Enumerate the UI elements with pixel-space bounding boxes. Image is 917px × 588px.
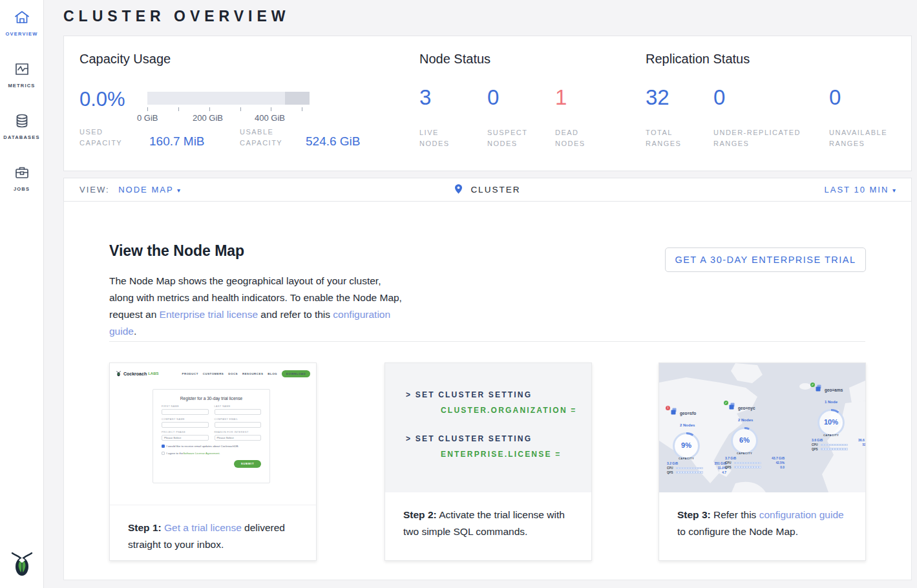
sidebar: OVERVIEW METRICS DATABASES (0, 0, 44, 588)
breadcrumb: CLUSTER (64, 184, 911, 194)
total-ranges-value: 32 (646, 85, 669, 110)
cpu-label: CPU (667, 467, 676, 470)
ok-status-icon: ✓ (724, 401, 728, 405)
used-capacity-label: USED CAPACITY (79, 127, 139, 149)
nodes-cube-icon (816, 383, 823, 390)
thumb-select: Please Select (162, 435, 209, 441)
get-trial-license-link[interactable]: Get a trial license (164, 522, 242, 533)
sql-prompt-line: > SET CLUSTER SETTING (406, 390, 591, 399)
ok-status-icon: ✓ (810, 383, 815, 387)
capacity-percent: 6% (739, 436, 750, 444)
checkbox-checked-icon (162, 445, 165, 448)
step-3-card: ! geo=sfo 2 Nodes (659, 362, 866, 561)
caption-text: Refer this (711, 509, 759, 520)
error-status-icon: ! (666, 406, 670, 410)
locality-node-count: 2 Nodes (680, 423, 695, 427)
live-nodes-value: 3 (419, 85, 431, 110)
configuration-guide-link[interactable]: configuration guide (759, 509, 844, 520)
thumb-checkbox-row: I would like to receive email updates ab… (162, 445, 261, 448)
locality-sfo: ! geo=sfo 2 Nodes (666, 406, 733, 474)
thumb-brand: Cockroach (123, 372, 147, 376)
capacity-label: CAPACITY (679, 457, 694, 460)
thumb-input (162, 409, 209, 415)
step-1-caption: Step 1: Get a trial license delivered st… (110, 505, 316, 553)
axis-tick-label: 0 GiB (137, 113, 158, 123)
chevron-down-icon[interactable]: ▾ (892, 187, 897, 194)
cpu-bar (821, 444, 848, 446)
under-replicated-ranges-label: UNDER-REPLICATED RANGES (713, 127, 820, 149)
sql-setting-line: CLUSTER.ORGANIZATION = (441, 406, 591, 415)
axis-tick (271, 107, 271, 111)
thumb-form-title: Register for a 30-day trial license (162, 396, 261, 401)
sidebar-item-metrics[interactable]: METRICS (0, 61, 43, 89)
cpu-value: 42.5% (775, 461, 785, 465)
sql-setting-line: ENTERPRISE.LICENSE = (441, 450, 591, 459)
thumb-register-form: Register for a 30-day trial license FIRS… (153, 389, 270, 483)
step-label: Step 2: (403, 509, 437, 520)
caption-text: to configure the Node Map. (677, 526, 798, 537)
qps-bar (821, 448, 848, 450)
dead-nodes-label: DEAD NODES (555, 127, 607, 149)
thumb-input (215, 409, 262, 415)
locality-name: geo=nyc (738, 406, 755, 410)
unavailable-ranges-value: 0 (829, 85, 841, 110)
locality-node-count: 1 Node (825, 400, 838, 404)
nodes-cube-icon (671, 406, 678, 413)
capacity-label: CAPACITY (737, 452, 752, 455)
thumb-input (162, 422, 209, 428)
node-map-heading: View the Node Map (109, 242, 244, 260)
map-pin-icon (455, 184, 462, 194)
step-label: Step 3: (677, 509, 711, 520)
cockroachdb-logo-icon (8, 548, 36, 578)
thumb-field-label: FIRST NAME (162, 405, 209, 408)
dead-nodes-value: 1 (555, 85, 567, 110)
time-range-selector[interactable]: LAST 10 MIN ▾ (825, 185, 897, 194)
sidebar-item-label: METRICS (0, 83, 43, 89)
capacity-used-percent: 0.0% (79, 88, 125, 111)
thumb-brand-suffix: LABS (148, 372, 158, 375)
unavailable-ranges-label: UNAVAILABLE RANGES (829, 127, 900, 149)
axis-tick (302, 107, 302, 111)
description-text: . (134, 326, 136, 337)
step-1-card: Cockroach LABS PRODUCT CUSTOMERS DOCS RE… (109, 362, 317, 561)
live-nodes-label: LIVE NODES (419, 127, 471, 149)
sidebar-item-databases[interactable]: DATABASES (0, 112, 43, 140)
capacity-gauge: 9% CAPACITY (672, 432, 701, 460)
cluster-overview-page: OVERVIEW METRICS DATABASES (0, 0, 917, 588)
axis-tick-label: 400 GiB (255, 113, 285, 123)
suspect-nodes-value: 0 (487, 85, 499, 110)
capacity-percent: 10% (824, 418, 838, 426)
sidebar-item-overview[interactable]: OVERVIEW (0, 9, 43, 37)
cpu-bar (676, 467, 703, 470)
thumb-input (215, 422, 262, 428)
thumb-field-label: REASON FOR INTEREST (215, 431, 262, 434)
usable-capacity-label: USABLE CAPACITY (240, 127, 299, 149)
sidebar-item-jobs[interactable]: JOBS (0, 164, 43, 192)
capacity-usage-title: Capacity Usage (79, 52, 171, 67)
thumb-nav-item: PRODUCT (182, 372, 198, 375)
axis-tick (178, 107, 179, 111)
thumb-license-link: Software License Agreement. (183, 452, 220, 455)
locality-ams: ✓ geo=ams 1 Node (810, 383, 865, 451)
enterprise-trial-button[interactable]: GET A 30-DAY ENTERPRISE TRIAL (665, 247, 866, 272)
suspect-nodes-label: SUSPECT NODES (487, 127, 539, 149)
enterprise-trial-license-link[interactable]: Enterprise trial license (160, 309, 258, 320)
metrics-icon (14, 61, 30, 78)
qps-label: QPS (667, 471, 676, 474)
sidebar-item-label: OVERVIEW (0, 31, 43, 37)
cpu-bar (734, 462, 761, 465)
thumb-nav-item: CUSTOMERS (203, 372, 224, 375)
time-range-value[interactable]: LAST 10 MIN (825, 185, 889, 194)
sidebar-item-label: DATABASES (0, 134, 43, 140)
breadcrumb-cluster: CLUSTER (470, 185, 520, 194)
usable-capacity-value: 524.6 GiB (306, 134, 361, 149)
node-map-panel: View the Node Map The Node Map shows the… (63, 202, 912, 580)
register-page-thumbnail: Cockroach LABS PRODUCT CUSTOMERS DOCS RE… (110, 363, 316, 505)
step-3-caption: Step 3: Refer this configuration guide t… (659, 492, 865, 540)
thumb-checkbox-label: I agree to the (167, 452, 184, 455)
locality-node-count: 2 Nodes (738, 418, 753, 422)
thumb-submit-button: SUBMIT (234, 460, 261, 468)
qps-label: QPS (812, 448, 821, 451)
capacity-label: CAPACITY (823, 434, 839, 437)
total-capacity: 36.6 GiB (858, 438, 865, 442)
